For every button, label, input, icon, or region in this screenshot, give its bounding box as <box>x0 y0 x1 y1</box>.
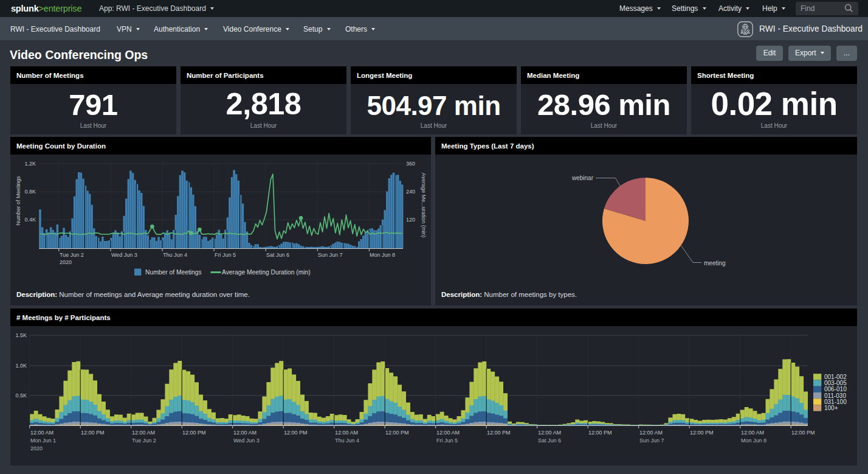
svg-text:Sat Jun 6: Sat Jun 6 <box>266 252 289 258</box>
svg-text:1.2K: 1.2K <box>24 161 36 167</box>
svg-text:12:00 PM: 12:00 PM <box>690 430 714 436</box>
svg-text:0.4K: 0.4K <box>24 217 36 223</box>
svg-text:Wed Jun 3: Wed Jun 3 <box>233 437 260 444</box>
svg-text:240: 240 <box>406 189 415 195</box>
svg-text:Mon Jun 8: Mon Jun 8 <box>370 252 395 258</box>
svg-text:1.5K: 1.5K <box>15 332 27 338</box>
svg-text:Thu Jun 4: Thu Jun 4 <box>335 437 359 444</box>
svg-text:12:00 PM: 12:00 PM <box>284 430 308 436</box>
svg-text:100+: 100+ <box>824 405 838 411</box>
svg-text:12:00 AM: 12:00 AM <box>233 430 257 436</box>
svg-text:Fri Jun 5: Fri Jun 5 <box>436 437 458 444</box>
svg-text:Fri Jun 5: Fri Jun 5 <box>215 252 236 258</box>
svg-text:12:00 AM: 12:00 AM <box>741 430 764 436</box>
svg-text:0.8K: 0.8K <box>24 189 36 195</box>
svg-text:120: 120 <box>406 217 415 223</box>
svg-text:Average Me...uration (min): Average Me...uration (min) <box>421 173 427 237</box>
svg-text:12:00 PM: 12:00 PM <box>791 430 815 436</box>
svg-text:Number of Meetings: Number of Meetings <box>145 269 202 276</box>
svg-text:12:00 AM: 12:00 AM <box>132 430 155 436</box>
svg-text:12:00 AM: 12:00 AM <box>436 430 460 436</box>
svg-text:Tue Jun 2: Tue Jun 2 <box>132 437 156 444</box>
svg-text:12:00 AM: 12:00 AM <box>639 430 663 436</box>
svg-text:12:00 PM: 12:00 PM <box>588 430 612 436</box>
svg-text:360: 360 <box>406 161 415 167</box>
svg-text:2020: 2020 <box>60 259 72 265</box>
svg-text:12:00 PM: 12:00 PM <box>81 430 105 436</box>
svg-text:12:00 AM: 12:00 AM <box>30 430 53 436</box>
svg-text:12:00 AM: 12:00 AM <box>335 430 358 436</box>
svg-text:12:00 PM: 12:00 PM <box>385 430 409 436</box>
svg-text:Thu Jun 4: Thu Jun 4 <box>163 252 187 258</box>
svg-text:2020: 2020 <box>30 445 43 451</box>
svg-text:Mon Jun 1: Mon Jun 1 <box>30 437 56 444</box>
svg-text:Tue Jun 2: Tue Jun 2 <box>60 252 84 258</box>
svg-text:webinar: webinar <box>571 175 594 181</box>
svg-text:Mon Jun 8: Mon Jun 8 <box>741 437 766 444</box>
svg-text:12:00 AM: 12:00 AM <box>538 430 561 436</box>
svg-text:Average Meeting Duration (min): Average Meeting Duration (min) <box>222 269 311 276</box>
svg-text:Number of Meetings: Number of Meetings <box>15 176 21 226</box>
svg-text:12:00 PM: 12:00 PM <box>487 430 511 436</box>
svg-text:Sun Jun 7: Sun Jun 7 <box>639 437 664 444</box>
svg-text:12:00 PM: 12:00 PM <box>182 430 206 436</box>
svg-text:0.5K: 0.5K <box>15 392 27 399</box>
svg-text:Sun Jun 7: Sun Jun 7 <box>318 252 343 258</box>
svg-text:1.0K: 1.0K <box>15 363 27 369</box>
svg-text:Sat Jun 6: Sat Jun 6 <box>538 437 561 444</box>
svg-text:meeting: meeting <box>704 260 726 267</box>
svg-text:Wed Jun 3: Wed Jun 3 <box>111 252 137 258</box>
